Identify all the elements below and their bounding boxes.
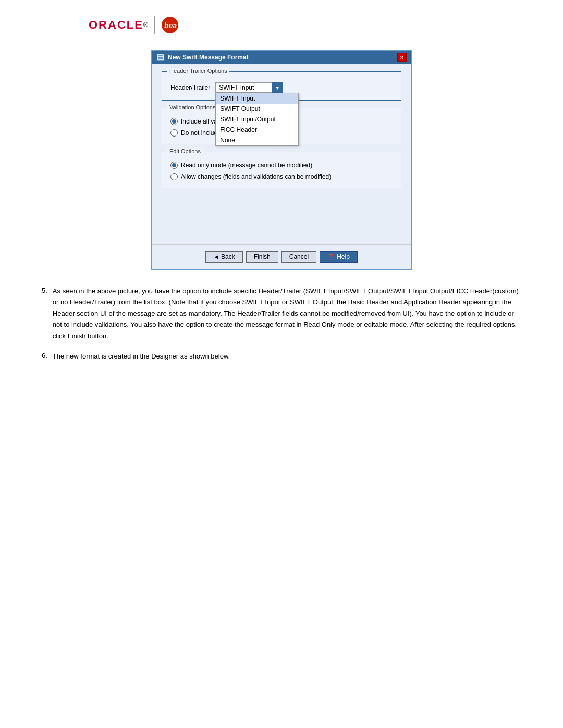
option-swift-input[interactable]: SWIFT Input <box>216 93 298 104</box>
item5-number: 5. <box>42 286 47 341</box>
dialog-titlebar: New Swift Message Format × <box>152 51 411 64</box>
validation-radio1[interactable] <box>170 118 178 125</box>
edit-radio1-label: Read only mode (message cannot be modifi… <box>181 162 312 169</box>
dialog-window: New Swift Message Format × Header Traile… <box>151 50 412 270</box>
oracle-logo: ORACLE® <box>89 18 148 32</box>
help-icon: ❓ <box>327 254 335 261</box>
header-trailer-group: Header Trailer Options Header/Trailer SW… <box>162 71 401 101</box>
header-trailer-label: Header/Trailer <box>170 84 210 91</box>
finish-label: Finish <box>254 253 271 261</box>
validation-legend: Validation Options <box>167 104 217 110</box>
content-item-6: 6. The new format is created in the Desi… <box>42 351 521 362</box>
content-item-5: 5. As seen in the above picture, you hav… <box>42 286 521 341</box>
finish-button[interactable]: Finish <box>246 251 278 263</box>
edit-radio2[interactable] <box>170 173 178 180</box>
edit-radio2-label: Allow changes (fields and validations ca… <box>181 173 331 180</box>
item5-text: As seen in the above picture, you have t… <box>53 286 521 341</box>
bea-icon: bea <box>161 16 179 34</box>
option-swift-input-output[interactable]: SWIFT Input/Output <box>216 114 298 125</box>
logo-divider <box>154 16 155 34</box>
item6-number: 6. <box>42 351 47 362</box>
header-trailer-row: Header/Trailer SWIFT Input ▼ SWIFT Input… <box>170 82 393 93</box>
content-section: 5. As seen in the above picture, you hav… <box>31 286 532 362</box>
edit-legend: Edit Options <box>167 148 203 154</box>
dialog-title: New Swift Message Format <box>168 54 249 61</box>
option-none[interactable]: None <box>216 135 298 145</box>
item6-text: The new format is created in the Designe… <box>53 351 230 362</box>
oracle-text: ORACLE <box>89 18 143 32</box>
dropdown-popup: SWIFT Input SWIFT Output SWIFT Input/Out… <box>215 93 299 146</box>
back-label: Back <box>221 253 235 261</box>
oracle-registered: ® <box>143 21 148 29</box>
edit-radio2-row[interactable]: Allow changes (fields and validations ca… <box>170 173 393 180</box>
back-icon: ◄ <box>213 254 219 260</box>
dropdown-value[interactable]: SWIFT Input <box>215 82 283 93</box>
header-trailer-dropdown[interactable]: SWIFT Input ▼ SWIFT Input SWIFT Output S… <box>215 82 283 93</box>
logo-area: ORACLE® bea <box>31 16 532 34</box>
dialog-spacer <box>162 195 401 237</box>
back-button[interactable]: ◄ Back <box>205 251 243 263</box>
validation-radio2[interactable] <box>170 129 178 137</box>
svg-text:bea: bea <box>164 21 177 30</box>
close-button[interactable]: × <box>397 53 407 62</box>
help-label: Help <box>337 253 350 261</box>
svg-rect-2 <box>158 55 163 60</box>
cancel-button[interactable]: Cancel <box>282 251 316 263</box>
title-icon <box>156 53 165 61</box>
option-ficc-header[interactable]: FICC Header <box>216 125 298 135</box>
cancel-label: Cancel <box>289 253 309 261</box>
edit-radio1-row[interactable]: Read only mode (message cannot be modifi… <box>170 162 393 169</box>
dialog-footer: ◄ Back Finish Cancel ❓ Help <box>152 244 411 269</box>
option-swift-output[interactable]: SWIFT Output <box>216 104 298 114</box>
help-button[interactable]: ❓ Help <box>320 251 358 263</box>
edit-options-group: Edit Options Read only mode (message can… <box>162 152 401 188</box>
header-trailer-legend: Header Trailer Options <box>167 68 229 74</box>
dialog-body: Header Trailer Options Header/Trailer SW… <box>152 64 411 244</box>
bea-logo: bea <box>161 16 179 34</box>
titlebar-left: New Swift Message Format <box>156 53 249 61</box>
edit-radio1[interactable] <box>170 162 178 169</box>
